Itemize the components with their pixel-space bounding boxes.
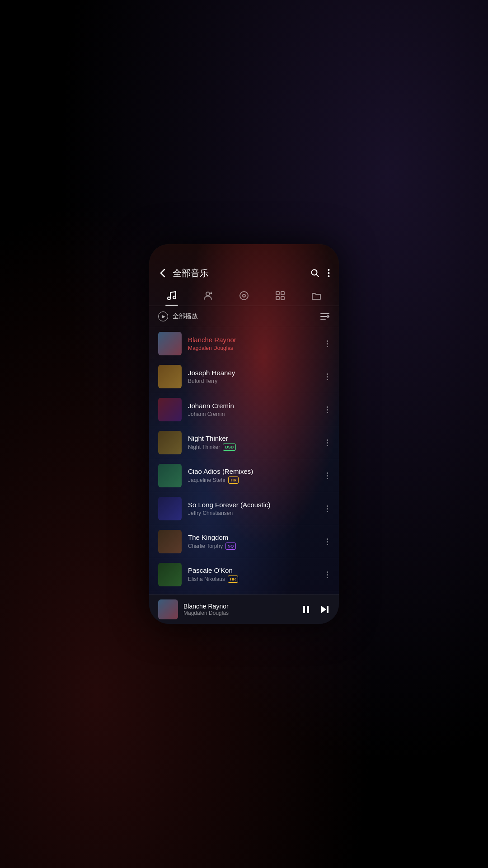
dot xyxy=(327,412,328,413)
song-title: Joseph Heaney xyxy=(188,369,319,377)
nav-tabs xyxy=(149,284,339,306)
song-artist: Buford Terry xyxy=(188,378,319,384)
song-thumbnail xyxy=(158,431,182,454)
svg-rect-12 xyxy=(276,297,279,300)
svg-point-6 xyxy=(173,296,176,299)
svg-rect-11 xyxy=(281,292,284,295)
song-info: Joseph Heaney Buford Terry xyxy=(188,369,319,384)
play-all-button[interactable] xyxy=(158,311,168,321)
song-thumbnail xyxy=(158,497,182,520)
dot xyxy=(327,379,328,380)
dot xyxy=(327,439,328,441)
dot xyxy=(327,475,328,476)
song-item[interactable]: Night Thinker Night ThinkerDSD xyxy=(149,426,339,459)
song-more-button[interactable] xyxy=(325,504,330,514)
song-thumbnail xyxy=(158,332,182,355)
svg-point-7 xyxy=(206,292,210,296)
dot xyxy=(327,577,328,578)
song-title: Johann Cremin xyxy=(188,402,319,410)
now-playing-artist: Magdalen Douglas xyxy=(183,610,296,616)
dot xyxy=(327,346,328,347)
more-menu-icon[interactable] xyxy=(328,269,330,278)
song-thumbnail xyxy=(158,563,182,586)
song-artist: Elisha NikolausHR xyxy=(188,576,319,583)
song-item[interactable]: Johann Cremin Johann Cremin xyxy=(149,393,339,426)
quality-badge: DSD xyxy=(223,443,236,451)
svg-line-1 xyxy=(316,274,319,277)
dot xyxy=(327,343,328,344)
dot xyxy=(327,574,328,576)
svg-marker-19 xyxy=(321,606,326,613)
song-more-button[interactable] xyxy=(325,405,330,415)
dot xyxy=(327,442,328,443)
song-item[interactable]: Pascale O'Kon Elisha NikolausHR xyxy=(149,558,339,591)
playback-controls xyxy=(301,604,330,614)
play-all-label: 全部播放 xyxy=(173,312,315,321)
now-playing-info: Blanche Raynor Magdalen Douglas xyxy=(183,603,296,616)
song-item[interactable]: Blanche Raynor Magdalen Douglas xyxy=(149,327,339,360)
svg-point-3 xyxy=(328,272,330,274)
tab-music[interactable] xyxy=(161,288,183,306)
phone-frame: 全部音乐 xyxy=(149,244,339,624)
next-button[interactable] xyxy=(320,604,330,614)
svg-rect-10 xyxy=(276,292,279,295)
pause-button[interactable] xyxy=(301,604,311,614)
song-title: So Long Forever (Acoustic) xyxy=(188,501,319,509)
song-more-button[interactable] xyxy=(325,438,330,448)
sort-button[interactable] xyxy=(320,312,330,321)
song-artist: Charlie TorphySQ xyxy=(188,542,319,550)
tab-album[interactable] xyxy=(233,288,255,306)
dot xyxy=(327,478,328,479)
svg-rect-18 xyxy=(307,606,309,613)
page-title: 全部音乐 xyxy=(173,267,305,279)
song-item[interactable]: Ciao Adios (Remixes) Jaqueline StehrHR xyxy=(149,459,339,492)
tab-playlist[interactable] xyxy=(269,288,291,306)
dot xyxy=(327,544,328,545)
song-artist: Night ThinkerDSD xyxy=(188,443,319,451)
song-item[interactable]: The Kingdom Charlie TorphySQ xyxy=(149,525,339,558)
song-info: Ciao Adios (Remixes) Jaqueline StehrHR xyxy=(188,467,319,484)
song-thumbnail xyxy=(158,530,182,553)
song-title: Pascale O'Kon xyxy=(188,566,319,574)
svg-point-2 xyxy=(328,269,330,271)
dot xyxy=(327,511,328,512)
song-more-button[interactable] xyxy=(325,570,330,580)
svg-point-8 xyxy=(240,292,248,300)
song-more-button[interactable] xyxy=(325,471,330,481)
quality-badge: HR xyxy=(228,476,239,484)
tab-folder[interactable] xyxy=(305,288,327,306)
dot xyxy=(327,376,328,377)
song-title: Blanche Raynor xyxy=(188,336,319,344)
header: 全部音乐 xyxy=(149,244,339,284)
now-playing-bar[interactable]: Blanche Raynor Magdalen Douglas xyxy=(149,594,339,624)
back-button[interactable] xyxy=(158,267,167,279)
svg-rect-20 xyxy=(327,606,328,613)
svg-point-5 xyxy=(168,297,170,300)
song-title: Ciao Adios (Remixes) xyxy=(188,467,319,475)
song-more-button[interactable] xyxy=(325,339,330,349)
dot xyxy=(327,445,328,446)
song-thumbnail xyxy=(158,365,182,388)
song-info: Blanche Raynor Magdalen Douglas xyxy=(188,336,319,351)
song-info: Night Thinker Night ThinkerDSD xyxy=(188,434,319,451)
song-item[interactable]: Ciao Adios (Remixes) Willis Osinski xyxy=(149,591,339,594)
dot xyxy=(327,373,328,375)
song-artist: Jaqueline StehrHR xyxy=(188,476,319,484)
tab-artist[interactable] xyxy=(197,288,219,306)
svg-point-4 xyxy=(328,275,330,277)
song-title: Night Thinker xyxy=(188,434,319,442)
song-item[interactable]: So Long Forever (Acoustic) Jeffry Christ… xyxy=(149,492,339,525)
search-icon[interactable] xyxy=(310,269,319,278)
svg-rect-17 xyxy=(303,606,305,613)
song-info: The Kingdom Charlie TorphySQ xyxy=(188,533,319,550)
song-item[interactable]: Joseph Heaney Buford Terry xyxy=(149,360,339,393)
song-list: Blanche Raynor Magdalen Douglas Joseph H… xyxy=(149,327,339,594)
dot xyxy=(327,409,328,410)
song-more-button[interactable] xyxy=(325,537,330,547)
header-icons xyxy=(310,269,330,278)
song-info: So Long Forever (Acoustic) Jeffry Christ… xyxy=(188,501,319,516)
dot xyxy=(327,505,328,507)
song-info: Pascale O'Kon Elisha NikolausHR xyxy=(188,566,319,583)
song-more-button[interactable] xyxy=(325,372,330,382)
now-playing-thumbnail xyxy=(158,599,178,619)
